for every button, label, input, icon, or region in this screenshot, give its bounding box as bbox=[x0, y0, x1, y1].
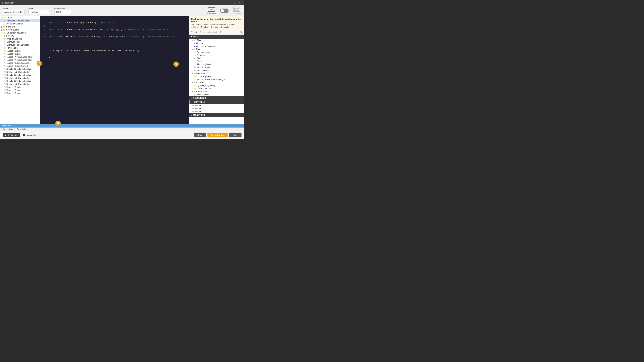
dt-orderlist[interactable]: ◫ OrderList bbox=[189, 54, 244, 57]
dt-getcurrentruncount[interactable]: Get current run count bbox=[189, 45, 244, 48]
hand9-icon: ✎ bbox=[4, 74, 6, 76]
tree-globalevents-label: Global events bbox=[6, 29, 19, 31]
tree-globalevents-folder[interactable]: ▶ 📁 Global events bbox=[0, 28, 40, 31]
maximize-button[interactable]: □ bbox=[232, 1, 237, 4]
dt-variables-icon: ■ bbox=[194, 81, 196, 83]
dt-companynews[interactable]: ◫ CompanyNews bbox=[189, 51, 244, 54]
tree-timer-folder[interactable]: ▼ 📁 Timer bbox=[0, 16, 40, 19]
tree-functions-folder[interactable]: ▶ 📁 Functions bbox=[0, 25, 40, 28]
name-field: Name bbox=[3, 7, 24, 14]
dt-folder-var2-icon: 📁 bbox=[194, 87, 196, 90]
dt-data-group[interactable]: ▼ ■ Data bbox=[189, 48, 244, 51]
dt-companynews-df[interactable]: 📁 CompanyNews bbox=[189, 75, 244, 78]
tree-workschedule-script[interactable]: ◯ WorkSchedule bbox=[0, 40, 40, 43]
play-icon-btn: ▶ bbox=[5, 134, 7, 136]
dt-dataflows-group[interactable]: ▼ ■ Dataflows bbox=[189, 72, 244, 75]
section-functions-header[interactable]: ▶ FUNCTIONS bbox=[189, 113, 244, 117]
dt-workschedule-var[interactable]: 📁 WorkSchedule bbox=[189, 87, 244, 90]
dt-screen2[interactable]: ☍ Screen2 bbox=[189, 107, 244, 110]
interval-input[interactable] bbox=[54, 10, 71, 14]
dt-workstations[interactable]: ▩ Workstations bbox=[189, 69, 244, 72]
tree-tapped1[interactable]: ✎ Tapped (Button) bbox=[0, 49, 40, 52]
dt-workschedule[interactable]: ▩ WorkSchedule bbox=[189, 66, 244, 69]
close-button[interactable]: Close bbox=[229, 133, 242, 137]
minimize-button[interactable]: – bbox=[227, 1, 232, 4]
mode-select[interactable]: Endless Once Loop bbox=[28, 10, 50, 14]
dt-table2-icon: ◫ bbox=[194, 54, 196, 56]
section-data-header[interactable]: ▼ DATA bbox=[189, 35, 244, 39]
tree-tapped-cancel-label: Tapped (Button [Cancel]) bbox=[6, 62, 30, 64]
view-btn-2[interactable]: ▣ bbox=[194, 30, 199, 34]
app-title: Script editor bbox=[2, 1, 14, 4]
dt-screen3[interactable]: ☍ Screen3 bbox=[189, 110, 244, 113]
tree-tapped-save[interactable]: ✎ Tapped (Button [Save]) bbox=[0, 64, 40, 67]
dt-data-icon: ■ bbox=[194, 48, 196, 50]
tree-tapped1-label: Tapped (Button) bbox=[6, 50, 21, 52]
view-btn-1[interactable]: ☰ bbox=[189, 30, 194, 34]
search-button[interactable]: 🔍 bbox=[239, 30, 244, 34]
dt-upcomingweek[interactable]: ◯ UpcomingWeek bbox=[189, 63, 244, 66]
dt-monitor3-icon: ☍ bbox=[192, 111, 194, 113]
is-enabled-button[interactable]: Is enabled bbox=[23, 134, 36, 136]
legend-lua: ● Lua date bbox=[220, 26, 229, 28]
tree-tapped-week1[interactable]: ✎ Tapped (WeekChange_But bbox=[0, 55, 40, 58]
dt-shiftoverview[interactable]: ◫ ShiftOverview bbox=[189, 93, 244, 96]
dt-reloadflows-group[interactable]: ▼ ■ Reload flows bbox=[189, 90, 244, 93]
save-button[interactable]: Save bbox=[194, 133, 206, 137]
dt-variables-group[interactable]: ▼ ■ Variables bbox=[189, 81, 244, 84]
tree-workschedule-edit-script[interactable]: ◯ WorkScheduleEditIndex bbox=[0, 43, 40, 46]
tree-checked-radio3[interactable]: ✎ Checked (Radio button [W bbox=[0, 80, 40, 83]
tree-afterdata-folder[interactable]: ▼ 📁 After data reload bbox=[0, 37, 40, 40]
tree-newstile-script[interactable]: ◯ NewsTileChange bbox=[0, 22, 40, 25]
interval-label: Interval (ms) bbox=[54, 7, 71, 9]
code-content[interactable]: local date1 = data.Time.getluadate() -- … bbox=[47, 16, 189, 124]
tree-forcontrols-folder[interactable]: ▼ 📁 For controls bbox=[0, 46, 40, 49]
hint-area: Doubleclick on an item to add its codebl… bbox=[189, 16, 244, 30]
dt-variables-expand: ▼ bbox=[192, 82, 193, 83]
tree-tapped3[interactable]: ✎ Tapped (Button) bbox=[0, 86, 40, 89]
dt-monitor1-icon: ☍ bbox=[192, 105, 194, 107]
code-editor[interactable]: 123456 local date1 = data.Time.getluadat… bbox=[40, 16, 189, 124]
tree-tapped5[interactable]: ✎ Tapped (Button) bbox=[0, 92, 40, 95]
dt-timer-group[interactable]: ▼ ◯ Timer bbox=[189, 39, 244, 42]
test-script-button[interactable]: ▶ Test script bbox=[3, 133, 20, 137]
legend-number: ● Number bbox=[200, 26, 208, 28]
dt-reloadflows-expand: ▼ bbox=[192, 91, 193, 92]
mode-label: Mode bbox=[28, 7, 50, 9]
tree-tapped3-label: Tapped (Button) bbox=[6, 86, 21, 88]
dt-staff[interactable]: ▩ Staff bbox=[189, 57, 244, 60]
tree-unchecked-radio2[interactable]: ✎ Unchecked (Radio button { bbox=[0, 77, 40, 80]
dt-dataflows-expand: ▼ bbox=[192, 72, 193, 74]
status-bar: ▶ Test script Is enabled Save Save & clo… bbox=[0, 131, 244, 139]
dt-quality-safety[interactable]: 📁 Quality_and_Safety bbox=[189, 84, 244, 87]
search-input[interactable] bbox=[199, 30, 239, 34]
tree-unchecked-radio3[interactable]: ✎ Unchecked (Radio button { bbox=[0, 83, 40, 86]
section-resources-header[interactable]: ▶ RESOURCES bbox=[189, 96, 244, 100]
dt-time[interactable]: ◯ Time bbox=[189, 60, 244, 63]
tree-tapped-week2[interactable]: ✎ Tapped (WeekChange_But bbox=[0, 58, 40, 61]
window-close-button[interactable]: ✕ bbox=[238, 1, 242, 4]
col-line: Line bbox=[2, 128, 6, 130]
tree-unchecked-radio1[interactable]: ✎ Unchecked (Radio button { bbox=[0, 70, 40, 73]
tree-tapped2[interactable]: ✎ Tapped (Button) bbox=[0, 52, 40, 55]
tree-accident-script[interactable]: ◯ AccidentDaysCalculation bbox=[0, 19, 40, 22]
name-input[interactable] bbox=[3, 10, 24, 14]
tree-unchecked-radio1-label: Unchecked (Radio button { bbox=[6, 71, 31, 73]
tree-screen2-script[interactable]: ▶ Screen2 bbox=[0, 34, 40, 37]
tree-checked-radio1[interactable]: ✎ Checked (Radio button [W bbox=[0, 67, 40, 70]
mode-field: Mode Endless Once Loop bbox=[28, 7, 50, 14]
folder6-icon: 📁 bbox=[3, 47, 6, 49]
tree-checked-radio2[interactable]: ✎ Checked (Radio button [W bbox=[0, 73, 40, 77]
toolbar-right: </> Script Mode Block Mode bbox=[206, 7, 242, 14]
mode-toggle[interactable] bbox=[220, 8, 228, 13]
dt-screen1[interactable]: ☍ Screen1 bbox=[189, 104, 244, 107]
tree-tapped4[interactable]: ✎ Tapped (Button) bbox=[0, 89, 40, 92]
tree-tapped-cancel[interactable]: ✎ Tapped (Button [Cancel]) bbox=[0, 61, 40, 64]
tree-onscreen-folder[interactable]: ▼ 📁 On screen activation bbox=[0, 31, 40, 34]
dt-workschedule-df[interactable]: ◫ WorkScheduleCurrentWeek_DF bbox=[189, 78, 244, 81]
save-close-button[interactable]: Save & close bbox=[208, 133, 228, 137]
dt-reloadflows-icon: ■ bbox=[194, 90, 196, 92]
dt-getname[interactable]: Get name bbox=[189, 42, 244, 45]
section-controls-header[interactable]: ▼ CONTROLS bbox=[189, 100, 244, 104]
bottom-area: Error list Line Char Description ▶ Test … bbox=[0, 124, 244, 139]
